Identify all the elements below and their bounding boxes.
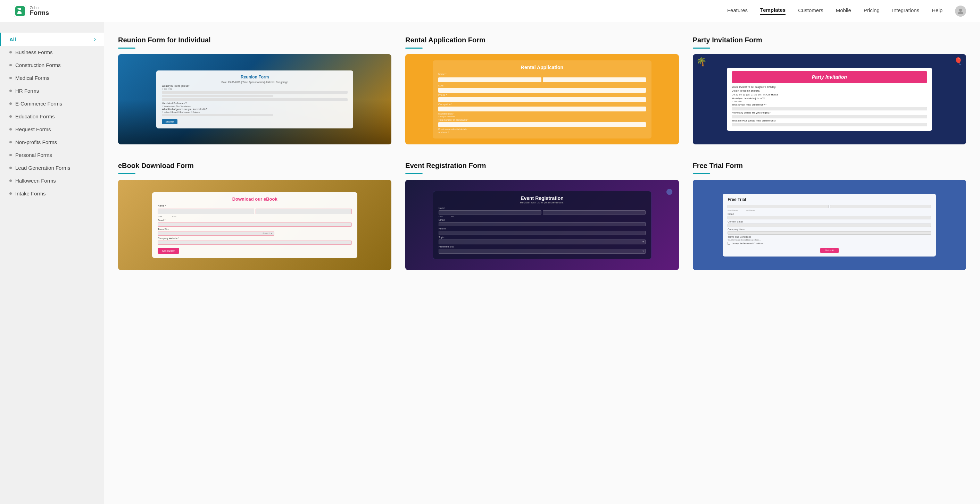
- sidebar-item-leadgen-label: Lead Generation Forms: [15, 165, 70, 171]
- main-nav: Features Templates Customers Mobile Pric…: [727, 6, 966, 17]
- template-title-rental: Rental Application Form: [405, 36, 679, 44]
- logo-forms-text: Forms: [30, 10, 49, 16]
- sidebar-item-intake-label: Intake Forms: [15, 191, 46, 196]
- svg-point-2: [959, 9, 962, 11]
- sidebar-item-ecommerce-label: E-Commerce Forms: [15, 101, 62, 107]
- dot-icon: [10, 115, 12, 118]
- dot-icon: [10, 192, 12, 195]
- sidebar-item-business-label: Business Forms: [15, 49, 53, 55]
- sidebar-item-personal[interactable]: Personal Forms: [0, 149, 104, 161]
- nav-templates[interactable]: Templates: [760, 7, 786, 15]
- template-card-reunion[interactable]: Reunion Form for Individual Reunion Form…: [118, 36, 391, 145]
- template-preview-ebook: Download our eBook Name * First Last Ema…: [118, 180, 391, 270]
- avatar-icon: [957, 8, 964, 14]
- header: Zoho Forms Features Templates Customers …: [0, 0, 980, 22]
- nav-customers[interactable]: Customers: [798, 7, 823, 14]
- template-underline-freetrial: [693, 173, 710, 174]
- dot-icon: [10, 51, 12, 54]
- template-preview-freetrial: Free Trial First Name Last Name Email Co…: [693, 180, 966, 270]
- main-content: Reunion Form for Individual Reunion Form…: [104, 22, 980, 504]
- template-underline-reunion: [118, 48, 135, 49]
- user-avatar[interactable]: [955, 6, 966, 17]
- sidebar-item-medical[interactable]: Medical Forms: [0, 72, 104, 84]
- template-preview-reunion: Reunion Form Date: 25-06-2023 | Time: 6p…: [118, 54, 391, 145]
- template-preview-party: Party Invitation You're invited! To our …: [693, 54, 966, 145]
- sidebar-item-nonprofits[interactable]: Non-profits Forms: [0, 136, 104, 149]
- sidebar-item-construction-label: Construction Forms: [15, 62, 61, 68]
- sidebar-item-business[interactable]: Business Forms: [0, 46, 104, 59]
- sidebar-item-education[interactable]: Education Forms: [0, 110, 104, 123]
- sidebar-item-leadgen[interactable]: Lead Generation Forms: [0, 161, 104, 174]
- logo[interactable]: Zoho Forms: [14, 5, 49, 17]
- nav-features[interactable]: Features: [727, 7, 748, 14]
- sidebar-item-education-label: Education Forms: [15, 113, 54, 119]
- sidebar-item-hr[interactable]: HR Forms: [0, 84, 104, 97]
- sidebar-item-halloween-label: Halloween Forms: [15, 178, 56, 184]
- sidebar-item-request-label: Request Forms: [15, 126, 51, 132]
- template-title-freetrial: Free Trial Form: [693, 162, 966, 170]
- template-underline-event: [405, 173, 423, 174]
- templates-grid: Reunion Form for Individual Reunion Form…: [118, 36, 966, 270]
- sidebar-item-hr-label: HR Forms: [15, 88, 39, 94]
- dot-icon: [10, 154, 12, 156]
- template-preview-event: Event Registration Register with us to g…: [405, 180, 679, 270]
- template-card-rental[interactable]: Rental Application Form Rental Applicati…: [405, 36, 679, 145]
- template-underline-party: [693, 48, 710, 49]
- sidebar: All › Business Forms Construction Forms …: [0, 22, 104, 504]
- dot-icon: [10, 89, 12, 92]
- sidebar-item-halloween[interactable]: Halloween Forms: [0, 174, 104, 187]
- nav-pricing[interactable]: Pricing: [864, 7, 880, 14]
- template-card-event[interactable]: Event Registration Form Event Registrati…: [405, 162, 679, 270]
- template-title-reunion: Reunion Form for Individual: [118, 36, 391, 44]
- sidebar-item-intake[interactable]: Intake Forms: [0, 187, 104, 200]
- dot-icon: [10, 77, 12, 79]
- template-underline-rental: [405, 48, 423, 49]
- template-title-ebook: eBook Download Form: [118, 162, 391, 170]
- nav-mobile[interactable]: Mobile: [836, 7, 851, 14]
- template-underline-ebook: [118, 173, 135, 174]
- sidebar-item-all[interactable]: All ›: [0, 33, 104, 46]
- zoho-forms-logo-icon: [14, 5, 26, 17]
- dot-icon: [10, 167, 12, 169]
- dot-icon: [10, 64, 12, 66]
- sidebar-item-all-label: All: [10, 37, 16, 42]
- dot-icon: [10, 102, 12, 105]
- nav-help[interactable]: Help: [932, 7, 942, 14]
- sidebar-item-request[interactable]: Request Forms: [0, 123, 104, 136]
- template-title-event: Event Registration Form: [405, 162, 679, 170]
- template-preview-rental: Rental Application Name * DOB Phone * Oc…: [405, 54, 679, 145]
- page-layout: All › Business Forms Construction Forms …: [0, 22, 980, 504]
- template-card-party[interactable]: Party Invitation Form Party Invitation Y…: [693, 36, 966, 145]
- sidebar-item-nonprofits-label: Non-profits Forms: [15, 139, 57, 145]
- nav-integrations[interactable]: Integrations: [892, 7, 919, 14]
- chevron-right-icon: ›: [94, 36, 96, 42]
- template-title-party: Party Invitation Form: [693, 36, 966, 44]
- sidebar-item-medical-label: Medical Forms: [15, 75, 49, 81]
- sidebar-item-personal-label: Personal Forms: [15, 152, 52, 158]
- template-card-ebook[interactable]: eBook Download Form Download our eBook N…: [118, 162, 391, 270]
- template-card-freetrial[interactable]: Free Trial Form Free Trial First Name La…: [693, 162, 966, 270]
- sidebar-item-ecommerce[interactable]: E-Commerce Forms: [0, 97, 104, 110]
- dot-icon: [10, 141, 12, 143]
- sidebar-item-construction[interactable]: Construction Forms: [0, 59, 104, 72]
- dot-icon: [10, 180, 12, 182]
- dot-icon: [10, 128, 12, 130]
